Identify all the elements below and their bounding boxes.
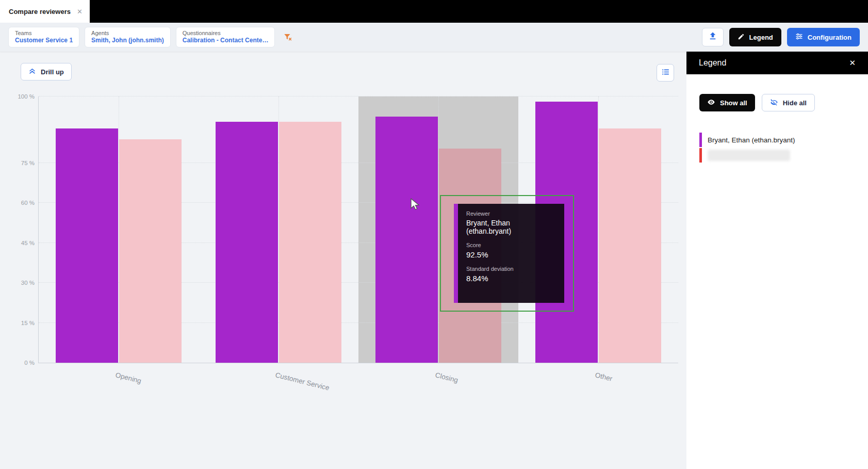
y-axis-tick-label: 45 % [7,240,35,246]
bar-groups [39,96,678,363]
tooltip-std-value: 8.84% [466,274,556,283]
chart-region: Drill up 100 %75 %60 %45 %30 %15 %0 %Ope… [0,52,686,469]
legend-item-color-bar [699,133,702,147]
filter-chip-agents[interactable]: Agents Smith, John (john.smith) [85,27,171,47]
tooltip-reviewer-value: Bryant, Ethan (ethan.bryant) [466,219,556,235]
x-axis-category-label: Opening [114,371,142,385]
chip-value: Smith, John (john.smith) [91,37,164,44]
eye-icon [707,98,715,108]
y-axis-tick-label: 75 % [7,160,35,166]
legend-button[interactable]: Legend [729,28,781,46]
legend-item-redacted-name [708,150,790,161]
bar-series-0[interactable] [216,122,278,363]
upload-icon [708,31,717,43]
export-button[interactable] [702,28,724,46]
legend-panel-close-icon[interactable]: ✕ [849,58,856,68]
filter-remove-icon[interactable] [283,33,292,42]
configuration-button-label: Configuration [808,34,851,41]
eye-off-icon [770,98,778,108]
legend-item-name: Bryant, Ethan (ethan.bryant) [708,136,795,144]
bar-series-1[interactable] [599,128,661,363]
x-axis-category-label: Closing [434,371,458,384]
bar-series-1[interactable] [119,139,182,363]
drill-up-button[interactable]: Drill up [21,63,72,80]
tooltip-content: Reviewer Bryant, Ethan (ethan.bryant) Sc… [458,204,564,303]
tooltip-score-value: 92.5% [466,250,556,259]
legend-panel-body: Show all Hide all Bryant, Ethan (ethan.b… [686,74,868,163]
legend-panel-title: Legend [699,58,726,68]
y-axis-tick-label: 15 % [7,320,35,326]
chip-label: Agents [91,30,164,36]
configuration-button[interactable]: Configuration [787,28,860,46]
drill-up-label: Drill up [41,68,64,76]
bar-series-0[interactable] [375,117,438,363]
x-axis-category-label: Other [594,371,613,383]
legend-button-label: Legend [749,34,773,41]
hide-all-label: Hide all [783,99,807,107]
filter-bar-actions: Legend Configuration [702,28,860,46]
bar-series-1[interactable] [279,122,341,363]
bar-series-0[interactable] [56,128,118,363]
x-axis-category-label: Customer Service [274,371,330,392]
y-axis-tick-label: 100 % [7,93,35,100]
tooltip-series-color-strip [454,204,458,303]
legend-item[interactable]: Bryant, Ethan (ethan.bryant) [699,132,855,148]
show-all-button[interactable]: Show all [699,94,755,111]
chip-value: Customer Service 1 [15,37,73,44]
tooltip-highlight-frame: Reviewer Bryant, Ethan (ethan.bryant) Sc… [440,195,574,312]
hide-all-button[interactable]: Hide all [762,94,815,111]
bar-chart-plot: 100 %75 %60 %45 %30 %15 %0 %OpeningCusto… [38,96,678,363]
bar-group-customer-service [199,96,358,363]
show-all-label: Show all [720,99,747,107]
y-axis-tick-label: 30 % [7,280,35,286]
tab-close-icon[interactable]: ✕ [77,8,83,15]
tab-title: Compare reviewers [9,8,71,15]
filter-chip-questionnaires[interactable]: Questionnaires Calibration - Contact Cen… [176,27,275,47]
chart-tooltip: Reviewer Bryant, Ethan (ethan.bryant) Sc… [454,204,564,303]
legend-panel-header: Legend ✕ [686,52,868,74]
legend-item-color-bar [699,148,702,163]
list-view-button[interactable] [657,64,674,82]
chip-label: Teams [15,30,73,36]
bar-group-opening [39,96,199,363]
double-chevron-up-icon [28,67,36,76]
chip-label: Questionnaires [183,30,269,36]
tooltip-score-label: Score [466,242,556,248]
tab-bar: Compare reviewers ✕ [0,0,868,23]
chip-value: Calibration - Contact Cente… [183,37,269,44]
legend-item[interactable] [699,148,855,163]
tooltip-std-label: Standard deviation [466,266,556,272]
tooltip-reviewer-label: Reviewer [466,211,556,217]
tune-icon [795,33,803,42]
pencil-icon [738,33,745,42]
legend-panel: Legend ✕ Show all Hide all Bryant, Eth [686,52,868,469]
filter-chip-teams[interactable]: Teams Customer Service 1 [8,27,79,47]
y-axis-tick-label: 0 % [7,360,35,366]
legend-panel-buttons: Show all Hide all [699,94,855,111]
y-axis-tick-label: 60 % [7,200,35,206]
main-content: Drill up 100 %75 %60 %45 %30 %15 %0 %Ope… [0,52,868,469]
legend-items-list: Bryant, Ethan (ethan.bryant) [699,132,855,163]
list-view-icon [661,68,670,78]
filter-bar: Teams Customer Service 1 Agents Smith, J… [0,23,868,52]
tab-compare-reviewers[interactable]: Compare reviewers ✕ [0,0,90,23]
